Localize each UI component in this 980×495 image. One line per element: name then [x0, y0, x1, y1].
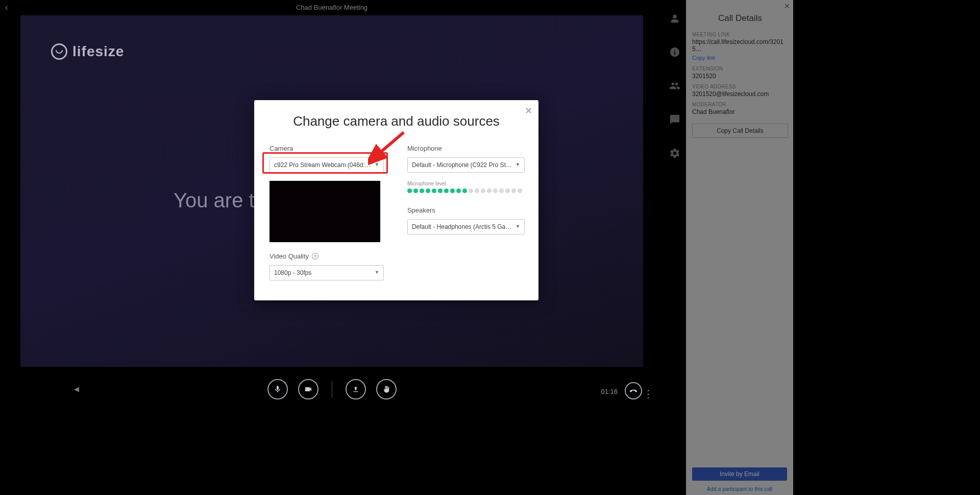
settings-icon[interactable] [664, 142, 686, 164]
mic-level-segment [511, 188, 516, 193]
more-options-button[interactable]: ⋮ [643, 391, 653, 397]
hangup-icon [629, 386, 638, 395]
speakers-value: Default - Headphones (Arctis 5 Ga… [412, 223, 511, 230]
brand-name: lifesize [72, 43, 124, 60]
side-rail [664, 0, 686, 495]
mic-level-segment [487, 188, 492, 193]
people-icon[interactable] [664, 75, 686, 97]
mic-level-segment [450, 188, 455, 193]
logo-icon [51, 43, 67, 60]
mic-level-segment [456, 188, 461, 193]
hand-icon [382, 385, 390, 393]
mic-level-segment [432, 188, 436, 193]
mic-level-segment [493, 188, 498, 193]
meeting-title: Chad Buenaflor Meeting [296, 4, 368, 11]
camera-preview [270, 181, 380, 242]
info-icon[interactable] [664, 41, 686, 63]
camera-select-value: c922 Pro Stream Webcam (046d:… [274, 161, 371, 169]
extension-label: Extension [692, 66, 788, 72]
mic-level-meter [407, 188, 525, 193]
share-icon [352, 385, 360, 393]
video-address-value: 3201520@lifesizecloud.com [692, 90, 788, 98]
camera-select[interactable]: c922 Pro Stream Webcam (046d:… [270, 157, 384, 173]
mic-level-segment [426, 188, 430, 193]
mute-mic-button[interactable] [267, 379, 288, 399]
meeting-link-value: https://call.lifesizecloud.com/32015… [692, 38, 788, 53]
microphone-select[interactable]: Default - Microphone (C922 Pro St… [407, 157, 525, 173]
video-quality-select[interactable]: 1080p - 30fps [270, 265, 384, 280]
controls-separator [332, 381, 332, 397]
only-participant-text: You are th [174, 189, 266, 212]
speakers-label: Speakers [407, 206, 525, 214]
moderator-label: Moderator [692, 102, 788, 107]
mic-level-segment [475, 188, 479, 193]
call-details-panel: ✕ Call Details Meeting Link https://call… [686, 0, 793, 495]
mic-level-segment [518, 188, 522, 193]
camera-column: Camera c922 Pro Stream Webcam (046d:… Vi… [270, 145, 384, 280]
close-modal-icon[interactable]: ✕ [525, 105, 532, 116]
video-quality-label: Video Quality ? [270, 252, 384, 260]
copy-link[interactable]: Copy link [692, 55, 715, 61]
video-address-label: Video Address [692, 84, 788, 89]
mic-level-segment [505, 188, 510, 193]
moderator-value: Chad Buenaflor [692, 108, 788, 115]
close-panel-icon[interactable]: ✕ [784, 2, 790, 10]
call-controls [0, 375, 664, 403]
back-icon[interactable]: ‹ [5, 2, 8, 13]
elapsed-time: 01:16 [601, 388, 618, 395]
share-screen-button[interactable] [346, 379, 366, 399]
mic-level-segment [469, 188, 473, 193]
copy-call-details-button[interactable]: Copy Call Details [692, 124, 788, 138]
help-icon[interactable]: ? [312, 253, 318, 260]
microphone-label: Microphone [407, 145, 525, 152]
audio-column: Microphone Default - Microphone (C922 Pr… [407, 145, 525, 280]
mic-level-segment [499, 188, 504, 193]
mic-level-segment [407, 188, 412, 193]
brand-logo: lifesize [51, 43, 124, 60]
panel-title: Call Details [692, 13, 788, 23]
mic-level-segment [420, 188, 424, 193]
participants-icon[interactable] [664, 7, 686, 30]
av-settings-modal: ✕ Change camera and audio sources Camera… [254, 100, 538, 300]
speakers-select[interactable]: Default - Headphones (Arctis 5 Ga… [407, 219, 525, 234]
raise-hand-button[interactable] [376, 379, 397, 399]
modal-title: Change camera and audio sources [270, 113, 523, 129]
mic-level-segment [444, 188, 449, 193]
camera-label: Camera [270, 145, 384, 152]
microphone-value: Default - Microphone (C922 Pro St… [412, 161, 512, 169]
microphone-icon [274, 385, 282, 393]
mic-level-segment [438, 188, 443, 193]
video-quality-value: 1080p - 30fps [274, 269, 311, 276]
chat-icon[interactable] [664, 108, 686, 131]
camera-icon [304, 385, 312, 393]
top-bar: ‹ Chad Buenaflor Meeting [0, 0, 664, 14]
mic-level-label: Microphone level [407, 181, 525, 186]
invite-by-email-button[interactable]: Invite by Email [692, 467, 787, 481]
toggle-camera-button[interactable] [298, 379, 318, 399]
mic-level-segment [413, 188, 418, 193]
mic-level-segment [481, 188, 485, 193]
extension-value: 3201520 [692, 73, 788, 80]
add-participant-link[interactable]: Add a participant to this call [692, 486, 787, 492]
meeting-link-label: Meeting Link [692, 32, 788, 37]
mic-level-segment [462, 188, 467, 193]
end-call-button[interactable] [625, 382, 642, 399]
